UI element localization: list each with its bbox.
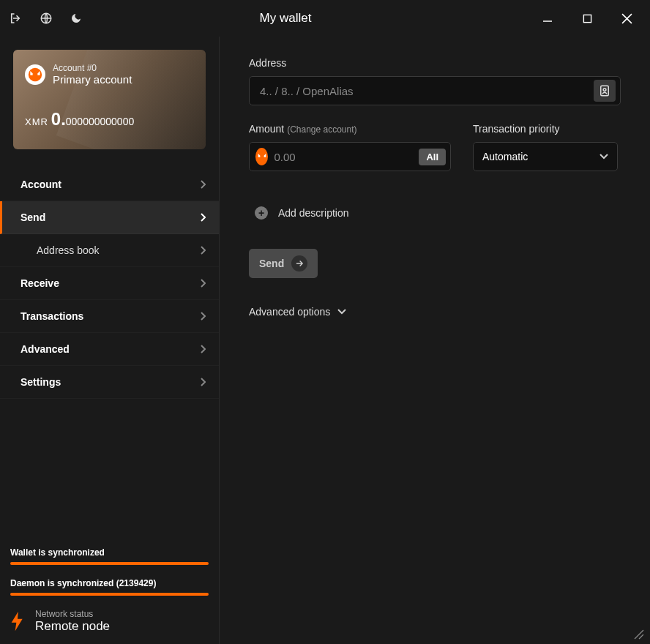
- priority-label: Transaction priority: [473, 123, 618, 135]
- address-input[interactable]: [260, 85, 594, 97]
- network-status[interactable]: Network status Remote node: [10, 609, 209, 634]
- monero-icon: [255, 148, 268, 165]
- nav-label: Receive: [20, 277, 59, 289]
- balance-decimal: 000000000000: [66, 116, 134, 127]
- chevron-right-icon: [200, 312, 206, 321]
- priority-column: Transaction priority Automatic: [473, 123, 618, 171]
- network-text: Network status Remote node: [35, 609, 110, 634]
- amount-label: Amount (Change account): [249, 123, 451, 135]
- sidebar-bottom: Wallet is synchronized Daemon is synchro…: [0, 533, 219, 644]
- amount-column: Amount (Change account) All: [249, 123, 451, 171]
- amount-input-wrap: All: [249, 142, 451, 171]
- amount-input[interactable]: [274, 151, 413, 163]
- chevron-right-icon: [200, 180, 206, 189]
- advanced-options-label: Advanced options: [249, 306, 330, 318]
- svg-point-7: [603, 89, 606, 91]
- svg-rect-2: [583, 15, 591, 22]
- chevron-right-icon: [200, 246, 206, 255]
- address-input-wrap: [249, 76, 621, 105]
- nav-account[interactable]: Account: [0, 168, 219, 201]
- balance: XMR 0.000000000000: [25, 109, 194, 130]
- priority-value: Automatic: [482, 151, 528, 162]
- nav-settings[interactable]: Settings: [0, 366, 219, 399]
- change-account-link[interactable]: (Change account): [287, 124, 356, 135]
- arrow-right-circle-icon: [291, 255, 307, 272]
- window-title: My wallet: [38, 11, 533, 26]
- nav-label: Advanced: [20, 343, 70, 355]
- account-name: Primary account: [53, 73, 132, 86]
- nav-transactions[interactable]: Transactions: [0, 300, 219, 333]
- logout-icon[interactable]: [9, 12, 22, 25]
- nav-receive[interactable]: Receive: [0, 267, 219, 300]
- nav-label: Address book: [37, 244, 100, 256]
- minimize-button[interactable]: [533, 7, 562, 30]
- chevron-right-icon: [200, 345, 206, 353]
- nav-send[interactable]: Send: [0, 201, 219, 234]
- resize-handle-icon[interactable]: [634, 629, 644, 640]
- chevron-down-icon: [337, 309, 346, 315]
- monero-logo-icon: [25, 64, 45, 85]
- nav-label: Account: [20, 179, 61, 190]
- sidebar-nav: Account Send Address book Receive Transa…: [0, 168, 219, 399]
- bolt-icon: [10, 611, 25, 632]
- nav-label: Transactions: [20, 310, 83, 322]
- network-label: Network status: [35, 609, 110, 619]
- daemon-sync-bar: [10, 593, 209, 596]
- priority-select[interactable]: Automatic: [473, 142, 618, 171]
- maximize-button[interactable]: [572, 7, 602, 30]
- close-button[interactable]: [612, 7, 641, 30]
- send-button[interactable]: Send: [249, 249, 318, 278]
- address-label: Address: [249, 57, 621, 69]
- plus-circle-icon: +: [255, 206, 268, 220]
- add-description-label: Add description: [278, 207, 349, 219]
- account-number: Account #0: [53, 63, 132, 73]
- chevron-right-icon: [200, 378, 206, 386]
- currency-label: XMR: [25, 116, 48, 127]
- sidebar: Account #0 Primary account XMR 0.0000000…: [0, 37, 220, 644]
- network-value: Remote node: [35, 619, 110, 634]
- chevron-right-icon: [200, 279, 206, 288]
- chevron-right-icon: [200, 213, 206, 222]
- send-panel: Address Amount (Change account) All: [220, 37, 650, 644]
- advanced-options-toggle[interactable]: Advanced options: [249, 306, 621, 318]
- balance-integer: 0.: [51, 109, 66, 129]
- nav-address-book[interactable]: Address book: [0, 234, 219, 267]
- account-text: Account #0 Primary account: [53, 63, 132, 86]
- wallet-sync-bar: [10, 562, 209, 565]
- chevron-down-icon: [599, 154, 608, 160]
- add-description-button[interactable]: + Add description: [249, 206, 621, 220]
- address-book-button[interactable]: [594, 80, 616, 102]
- account-card[interactable]: Account #0 Primary account XMR 0.0000000…: [13, 50, 206, 149]
- nav-label: Send: [20, 211, 45, 223]
- nav-label: Settings: [20, 376, 61, 388]
- daemon-sync-label: Daemon is synchronized (2139429): [10, 578, 209, 588]
- amount-all-button[interactable]: All: [419, 149, 446, 165]
- nav-advanced[interactable]: Advanced: [0, 333, 219, 366]
- window-controls: [533, 7, 641, 30]
- titlebar: My wallet: [0, 0, 650, 37]
- amount-label-text: Amount: [249, 123, 284, 135]
- wallet-sync-label: Wallet is synchronized: [10, 547, 209, 558]
- send-button-label: Send: [259, 258, 284, 269]
